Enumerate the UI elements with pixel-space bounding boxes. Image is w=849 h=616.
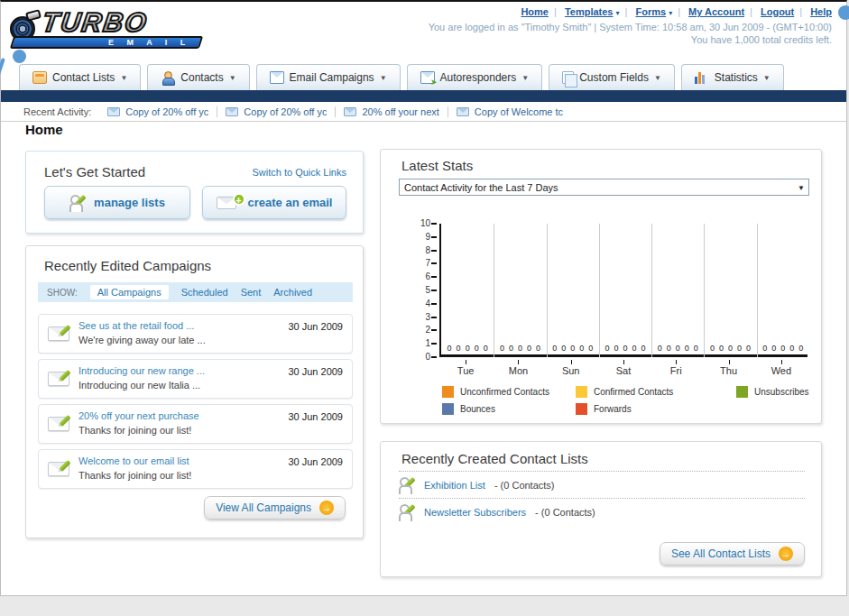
y-tick-label: 1	[425, 338, 430, 348]
x-tick-mark	[781, 360, 782, 364]
recent-activity-item[interactable]: Copy of 20% off yc	[107, 106, 208, 117]
campaign-link[interactable]: Introducing our new range ...	[78, 365, 279, 376]
contact-card-icon	[32, 71, 47, 84]
contact-list-items: Exhibition List - (0 Contacts) Newslette…	[399, 471, 805, 525]
contact-activity-chart: 012345678910 000000000000000000000000000…	[401, 224, 811, 370]
credits-status-text: You have 1,000 total credits left.	[691, 34, 832, 45]
get-started-title: Let's Get Started	[44, 164, 145, 179]
tab-email-campaigns[interactable]: Email Campaigns▼	[256, 64, 401, 90]
filter-all-campaigns[interactable]: All Campaigns	[90, 285, 169, 299]
recent-activity-bar: Recent Activity: Copy of 20% off yc Copy…	[1, 102, 846, 122]
filter-scheduled[interactable]: Scheduled	[181, 287, 228, 298]
tab-label: Contact Lists	[52, 71, 115, 84]
bar-value-labels: 00000	[441, 344, 494, 353]
legend-item: Forwards	[576, 403, 736, 415]
gridline	[547, 224, 548, 357]
chevron-down-icon: ▾	[669, 9, 672, 17]
x-tick-label: Mon	[492, 365, 544, 376]
see-all-contact-lists-button[interactable]: See All Contact Lists →	[660, 542, 805, 565]
view-all-campaigns-button[interactable]: View All Campaigns →	[204, 496, 346, 519]
campaign-card[interactable]: 20% off your next purchase Thanks for jo…	[38, 404, 353, 444]
legend-swatch	[576, 386, 587, 398]
y-tick-label: 3	[425, 312, 430, 322]
annotation-dot-right	[838, 5, 849, 20]
bar-chart-icon	[695, 71, 709, 84]
campaigns-title: Recently Edited Campaigns	[44, 258, 211, 273]
y-tick-mark	[431, 276, 437, 278]
switch-quick-links[interactable]: Switch to Quick Links	[252, 167, 346, 178]
y-tick-label: 4	[425, 299, 430, 308]
tab-autoresponders[interactable]: Autoresponders▼	[407, 64, 543, 90]
tab-custom-fields[interactable]: Custom Fields▼	[549, 64, 675, 90]
y-tick-mark	[431, 236, 437, 238]
manage-lists-button[interactable]: manage lists	[44, 186, 190, 219]
tab-label: Autoresponders	[440, 71, 517, 84]
gridline	[651, 224, 652, 357]
contact-list-link[interactable]: Newsletter Subscribers	[424, 507, 526, 518]
logo-banner: E M A I L	[10, 36, 204, 49]
campaign-card[interactable]: See us at the retail food ... We're givi…	[38, 314, 353, 354]
x-tick-label: Tue	[439, 365, 492, 376]
chart-x-axis: TueMonSunSatFriThuWed	[439, 360, 807, 382]
header-link-logout[interactable]: Logout	[761, 6, 794, 17]
tab-label: Statistics	[715, 71, 758, 84]
main-nav: Contact Lists▼ Contacts▼ Email Campaigns…	[1, 58, 846, 90]
tab-contacts[interactable]: Contacts▼	[147, 64, 249, 90]
y-tick-mark	[431, 223, 437, 225]
recent-activity-item[interactable]: Copy of 20% off yc	[226, 106, 327, 117]
y-tick-label: 5	[425, 285, 430, 295]
logo-text-turbo: TURBO	[41, 7, 150, 38]
navy-divider-bar	[1, 90, 846, 102]
bar-value-labels: 00000	[547, 344, 599, 353]
tab-statistics[interactable]: Statistics▼	[681, 64, 784, 90]
x-tick-label: Fri	[650, 365, 702, 376]
envelope-icon	[270, 71, 284, 84]
legend-item: Unsubscribes	[736, 386, 809, 398]
turbo-email-logo: TURBO E M A I L	[8, 7, 211, 51]
campaign-date: 30 Jun 2009	[288, 366, 343, 377]
y-tick-mark	[431, 290, 437, 291]
campaign-link[interactable]: Welcome to our email list	[78, 455, 279, 466]
y-tick-mark	[431, 317, 437, 318]
header-link-templates[interactable]: Templates	[565, 6, 614, 17]
person-icon	[161, 71, 175, 84]
recent-activity-item[interactable]: 20% off your next	[344, 106, 438, 117]
tab-contact-lists[interactable]: Contact Lists▼	[19, 64, 141, 90]
pages-icon	[562, 71, 574, 84]
chevron-down-icon: ▼	[521, 74, 529, 82]
x-tick-label: Sat	[597, 365, 650, 376]
campaign-card[interactable]: Introducing our new range ... Introducin…	[38, 359, 353, 399]
chart-y-axis: 012345678910	[401, 224, 437, 357]
annotation-dot-left	[13, 50, 26, 63]
app-window: TURBO E M A I L Home| Templates ▾| Forms…	[0, 0, 849, 616]
chart-plot-area: 00000000000000000000000000000000000	[439, 224, 807, 357]
contact-lists-panel: Recently Created Contact Lists Exhibitio…	[380, 441, 822, 577]
campaign-date: 30 Jun 2009	[288, 456, 343, 467]
filter-sent[interactable]: Sent	[241, 287, 262, 298]
legend-label: Confirmed Contacts	[594, 387, 673, 397]
gridline	[757, 224, 758, 357]
contact-list-link[interactable]: Exhibition List	[424, 480, 485, 491]
create-email-button[interactable]: + create an email	[202, 186, 346, 219]
header-link-home[interactable]: Home	[521, 6, 549, 17]
header-link-forms[interactable]: Forms	[635, 6, 666, 17]
campaign-link[interactable]: See us at the retail food ...	[78, 320, 279, 331]
x-tick-mark	[466, 360, 466, 364]
contact-list-count: - (0 Contacts)	[494, 480, 555, 491]
stats-select-value: Contact Activity for the Last 7 Days	[404, 182, 558, 193]
header-link-my-account[interactable]: My Account	[688, 6, 744, 17]
recent-activity-item[interactable]: Copy of Welcome tc	[457, 106, 563, 117]
chart-legend: Unconfirmed ContactsConfirmed ContactsUn…	[442, 386, 809, 415]
envelope-icon	[226, 107, 238, 116]
filter-archived[interactable]: Archived	[273, 287, 312, 298]
x-tick-mark	[676, 360, 677, 364]
header-link-help[interactable]: Help	[810, 6, 832, 17]
latest-stats-title: Latest Stats	[401, 158, 473, 173]
contact-list-row[interactable]: Newsletter Subscribers - (0 Contacts)	[399, 498, 805, 525]
campaign-link[interactable]: 20% off your next purchase	[78, 410, 279, 421]
stats-range-select[interactable]: Contact Activity for the Last 7 Days ▼	[399, 179, 809, 196]
contact-list-row[interactable]: Exhibition List - (0 Contacts)	[399, 471, 805, 498]
campaign-card[interactable]: Welcome to our email list Thanks for joi…	[38, 449, 353, 489]
chevron-down-icon: ▼	[654, 74, 661, 82]
x-tick-mark	[623, 360, 624, 364]
